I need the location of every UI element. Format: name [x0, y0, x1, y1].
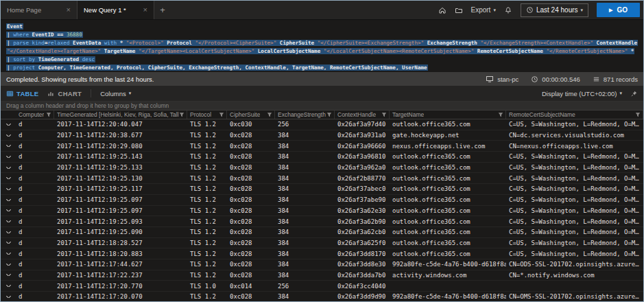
- table-cell: 2017-11-14T12:20:40.047: [54, 121, 187, 128]
- row-expander[interactable]: [1, 188, 16, 190]
- row-expander[interactable]: [1, 199, 16, 201]
- row-expander[interactable]: [1, 253, 16, 255]
- row-expander[interactable]: [1, 209, 16, 211]
- table-cell: nexus.officeapps.live.com: [390, 143, 506, 150]
- filter-icon[interactable]: [179, 112, 184, 117]
- filter-icon[interactable]: [219, 112, 224, 117]
- row-expander[interactable]: [1, 274, 16, 276]
- chevron-down-icon: [5, 296, 10, 298]
- table-row[interactable]: d2017-11-14T12:17:20.070TLS 1.20xc028384…: [1, 292, 643, 302]
- query-editor[interactable]: Event| where EventID == 36880| parse kin…: [1, 20, 643, 72]
- row-expander[interactable]: [1, 145, 16, 147]
- filter-icon[interactable]: [326, 112, 332, 117]
- row-expander[interactable]: [1, 135, 16, 137]
- pin-icon[interactable]: [630, 90, 638, 97]
- columns-dropdown[interactable]: Columns ▾: [100, 90, 131, 97]
- table-cell: d: [16, 261, 54, 268]
- row-expander[interactable]: [1, 167, 16, 169]
- column-header[interactable]: Computer: [16, 111, 54, 119]
- query-line[interactable]: | sort by TimeGenerated desc: [6, 56, 638, 64]
- table-row[interactable]: d2017-11-14T12:17:44.627TLS 1.20xc028384…: [1, 259, 643, 270]
- table-row[interactable]: d2017-11-14T12:17:20.770TLS 1.00xc014256…: [1, 281, 643, 292]
- table-row[interactable]: d2017-11-14T12:19:25.143TLS 1.20xc028384…: [1, 152, 643, 163]
- close-icon[interactable]: ×: [143, 6, 147, 14]
- table-cell: 384: [275, 293, 335, 300]
- table-row[interactable]: d2017-11-14T12:17:22.237TLS 1.20xc028384…: [1, 270, 643, 281]
- table-view-tab[interactable]: TABLE: [6, 90, 38, 97]
- table-row[interactable]: d2017-11-14T12:20:40.047TLS 1.20xc030256…: [1, 119, 643, 130]
- close-icon[interactable]: ×: [67, 6, 71, 14]
- row-expander[interactable]: [1, 242, 16, 244]
- table-cell: C=US, S=Washington, L=Redmond, O=M…: [506, 218, 643, 225]
- tab-new-query[interactable]: New Query 1 * ×: [77, 1, 154, 19]
- table-cell: 384: [275, 251, 335, 257]
- row-expander[interactable]: [1, 231, 16, 233]
- table-row[interactable]: d2017-11-14T12:19:25.090TLS 1.20xc028384…: [1, 227, 643, 238]
- go-button[interactable]: ▶ GO: [597, 3, 640, 17]
- row-expander[interactable]: [1, 285, 16, 287]
- column-header[interactable]: ContextHandle: [335, 111, 390, 119]
- display-time-dropdown[interactable]: Display time (UTC+02:00) ▾: [542, 90, 622, 97]
- table-cell: 256: [275, 121, 335, 128]
- tab-strip: Home Page × New Query 1 * × +: [1, 1, 171, 19]
- tab-home-page[interactable]: Home Page ×: [1, 1, 77, 19]
- column-header[interactable]: RemoteCertSubjectName: [506, 111, 643, 119]
- table-cell: 0xc028: [227, 153, 275, 160]
- new-tab-button[interactable]: +: [154, 1, 171, 19]
- chevron-down-icon: [5, 264, 10, 266]
- table-cell: 2017-11-14T12:17:44.627: [54, 261, 187, 268]
- export-button[interactable]: Export ▾: [471, 6, 496, 14]
- chevron-down-icon: [5, 274, 10, 276]
- column-header[interactable]: TargetName: [390, 111, 506, 119]
- row-expander[interactable]: [1, 296, 16, 298]
- filter-icon[interactable]: [635, 112, 641, 117]
- table-row[interactable]: d2017-11-14T12:19:25.133TLS 1.20xc028384…: [1, 163, 643, 174]
- table-cell: TLS 1.2: [187, 293, 227, 300]
- table-row[interactable]: d2017-11-14T12:19:25.117TLS 1.20xc028384…: [1, 184, 643, 195]
- time-range-dropdown[interactable]: Last 24 hours ▾: [521, 3, 588, 17]
- column-header[interactable]: TimeGenerated [Helsinki, Kiev, Riga, Sof…: [54, 111, 187, 119]
- filter-icon[interactable]: [498, 112, 503, 117]
- table-cell: 2017-11-14T12:19:25.093: [54, 218, 187, 225]
- folder-icon[interactable]: [455, 6, 463, 14]
- header-spacer: [1, 111, 16, 119]
- filter-icon[interactable]: [381, 112, 387, 117]
- filter-icon[interactable]: [46, 112, 51, 117]
- query-line[interactable]: | project Computer, TimeGenerated, Proto…: [6, 64, 638, 72]
- query-line[interactable]: | where EventID == 36880: [6, 31, 638, 39]
- row-expander[interactable]: [1, 124, 16, 126]
- query-line[interactable]: | parse kind=relaxed EventData with * "<…: [6, 39, 638, 47]
- row-expander[interactable]: [1, 264, 16, 266]
- query-line[interactable]: "</ContextHandle><TargetName>" TargetNam…: [6, 47, 638, 56]
- table-row[interactable]: d2017-11-14T12:19:25.093TLS 1.20xc028384…: [1, 216, 643, 227]
- chevron-down-icon: [5, 124, 10, 126]
- chart-view-tab[interactable]: CHART: [47, 90, 82, 97]
- table-row[interactable]: d2017-11-14T12:19:25.097TLS 1.20xc028384…: [1, 195, 643, 206]
- column-header[interactable]: ExchangeStrength: [275, 111, 335, 119]
- group-by-bar[interactable]: Drag a column header and drop it here to…: [1, 102, 643, 111]
- table-cell: 0xc014: [227, 283, 275, 290]
- home-icon[interactable]: [438, 6, 446, 14]
- table-cell: 2017-11-14T12:19:25.097: [54, 196, 187, 203]
- column-header[interactable]: CipherSuite: [227, 111, 275, 119]
- table-cell: 0x26af3a96660: [335, 143, 390, 150]
- table-row[interactable]: d2017-11-14T12:18:28.527TLS 1.20xc028384…: [1, 238, 643, 249]
- filter-icon[interactable]: [267, 112, 272, 117]
- column-header[interactable]: Protocol: [187, 111, 227, 119]
- table-row[interactable]: d2017-11-14T12:18:20.883TLS 1.20xc028384…: [1, 248, 643, 259]
- table-row[interactable]: d2017-11-14T12:19:25.130TLS 1.20xc028384…: [1, 173, 643, 184]
- table-row[interactable]: d2017-11-14T12:20:38.677TLS 1.20xc028384…: [1, 130, 643, 141]
- table-cell: 2017-11-14T12:19:25.133: [54, 164, 187, 171]
- query-line[interactable]: Event: [6, 23, 638, 31]
- table-cell: 384: [275, 143, 335, 150]
- table-cell: d: [16, 196, 54, 203]
- table-cell: d: [16, 143, 54, 150]
- row-expander[interactable]: [1, 220, 16, 222]
- table-cell: 384: [275, 207, 335, 214]
- row-expander[interactable]: [1, 177, 16, 179]
- alert-bell-icon[interactable]: [504, 6, 512, 14]
- row-expander[interactable]: [1, 156, 16, 158]
- table-row[interactable]: d2017-11-14T12:20:29.080TLS 1.20xc028384…: [1, 141, 643, 152]
- table-cell: CN=dc.services.visualstudio.com: [506, 132, 643, 139]
- table-row[interactable]: d2017-11-14T12:19:25.097TLS 1.20xc028384…: [1, 206, 643, 217]
